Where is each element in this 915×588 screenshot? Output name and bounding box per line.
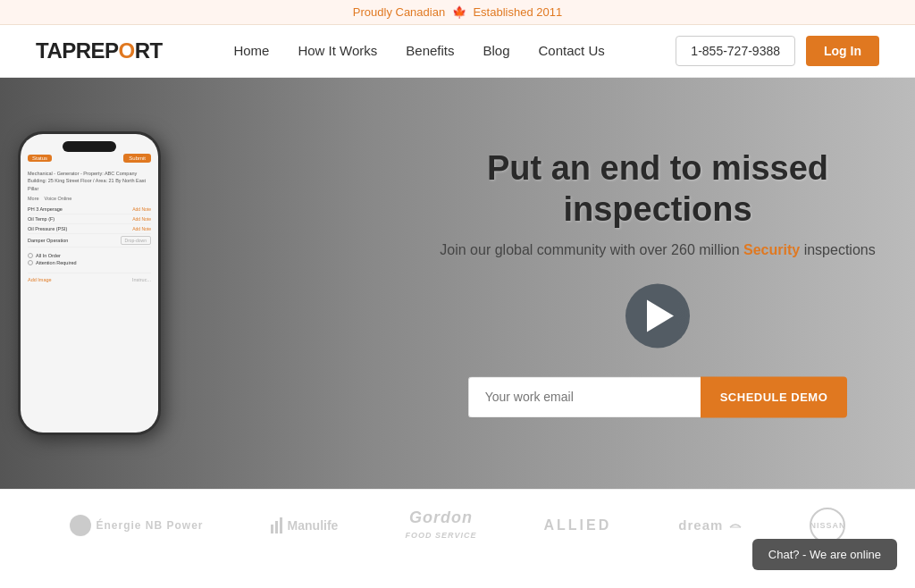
nissan-circle-icon: NISSAN (810, 508, 845, 543)
phone-field-row-2: Oil Temp (F) Add Note (28, 214, 151, 224)
checkbox-all-in-order[interactable] (28, 253, 33, 258)
hero-section: Status Submit Mechanical - Generator - P… (0, 78, 915, 489)
logo-o: O (119, 38, 135, 63)
chat-widget[interactable]: Chat? - We are online (752, 539, 897, 570)
dream-icon (728, 520, 743, 531)
nissan-label: NISSAN (810, 521, 845, 530)
schedule-demo-button[interactable]: SCHEDULE DEMO (701, 377, 848, 418)
nav-benefits[interactable]: Benefits (406, 43, 454, 58)
phone-status-badge: Status (28, 155, 52, 162)
phone-shell: Status Submit Mechanical - Generator - P… (18, 131, 161, 435)
logo-allied: ALLIED (543, 517, 611, 533)
email-input[interactable] (468, 377, 701, 418)
phone-field-label-2: Oil Temp (F) (28, 216, 55, 222)
hero-subtitle: Join our global community with over 260 … (407, 243, 908, 259)
logo-nissan: NISSAN (810, 508, 845, 543)
hero-subtitle-pre: Join our global community with over 260 … (440, 243, 739, 258)
logo-manulife: Manulife (271, 517, 339, 533)
phone-more: More (28, 196, 39, 201)
phone-dropdown[interactable]: Drop-down (121, 236, 151, 245)
logo-tap: TAP (36, 38, 76, 63)
phone-field-add-2[interactable]: Add Note (132, 216, 151, 222)
hero-subtitle-post: inspections (804, 243, 876, 258)
hero-subtitle-highlight: Security (743, 243, 800, 258)
manulife-bars-icon (271, 517, 282, 533)
phone-field-row-3: Oil Pressure (PSI) Add Note (28, 224, 151, 234)
nav-contact[interactable]: Contact Us (539, 43, 605, 58)
header: TAPREPORT Home How It Works Benefits Blo… (0, 25, 915, 78)
chat-label: Chat? - We are online (768, 548, 881, 561)
energie-icon (70, 515, 91, 536)
phone-screen: Status Submit Mechanical - Generator - P… (21, 134, 158, 433)
play-triangle-icon (647, 300, 674, 332)
logo[interactable]: TAPREPORT (36, 38, 163, 63)
phone-field-label-4: Damper Operation (28, 238, 68, 243)
energie-label: Énergie NB Power (97, 519, 204, 532)
logo-energie: Énergie NB Power (70, 515, 204, 536)
phone-field-row-4: Damper Operation Drop-down (28, 234, 151, 248)
allied-label: ALLIED (543, 517, 611, 533)
logo-gordon: Gordon FOOD SERVICE (405, 509, 476, 542)
hero-title: Put an end to missed inspections (407, 148, 908, 230)
login-button[interactable]: Log In (806, 36, 879, 66)
nav-home[interactable]: Home (233, 43, 269, 58)
logo-report: REPORT (76, 38, 163, 63)
gordon-subtitle: FOOD SERVICE (405, 532, 476, 541)
phone-field-add-1[interactable]: Add Note (132, 206, 151, 212)
phone-info: Mechanical - Generator - Property: ABC C… (28, 170, 151, 192)
nav-how-it-works[interactable]: How It Works (298, 43, 377, 58)
phone-checkboxes: All In Order Attention Required (28, 253, 151, 265)
banner-text: Proudly Canadian (353, 5, 445, 19)
phone-mockup: Status Submit Mechanical - Generator - P… (18, 131, 197, 489)
gordon-name: Gordon (409, 509, 473, 527)
phone-add-image[interactable]: Add Image (28, 277, 52, 282)
phone-instructions: Instruc... (132, 277, 151, 282)
nav-blog[interactable]: Blog (483, 43, 510, 58)
dream-label: dream (678, 517, 723, 533)
phone-field-label-3: Oil Pressure (PSI) (28, 226, 67, 231)
phone-field-add-3[interactable]: Add Note (132, 226, 151, 231)
phone-field-row-1: PH 3 Amperage Add Note (28, 205, 151, 214)
maple-icon: 🍁 (452, 5, 466, 19)
play-button[interactable] (625, 284, 690, 349)
checkbox-attention[interactable] (28, 260, 33, 265)
phone-notch (63, 141, 116, 152)
email-form: SCHEDULE DEMO (407, 377, 908, 418)
logo-dream: dream (678, 517, 743, 533)
phone-submit-btn[interactable]: Submit (123, 154, 151, 163)
header-actions: 1-855-727-9388 Log In (676, 36, 879, 66)
phone-voice: Voice Online (45, 196, 72, 201)
phone-field-label-1: PH 3 Amperage (28, 206, 63, 212)
checkbox-label-1: All In Order (36, 253, 61, 258)
main-nav: Home How It Works Benefits Blog Contact … (233, 43, 604, 59)
checkbox-label-2: Attention Required (36, 260, 77, 265)
hero-content: Put an end to missed inspections Join ou… (407, 148, 908, 417)
top-banner: Proudly Canadian 🍁 Established 2011 (0, 0, 915, 25)
manulife-label: Manulife (288, 518, 339, 533)
banner-established: Established 2011 (473, 5, 562, 19)
phone-button[interactable]: 1-855-727-9388 (676, 36, 795, 66)
